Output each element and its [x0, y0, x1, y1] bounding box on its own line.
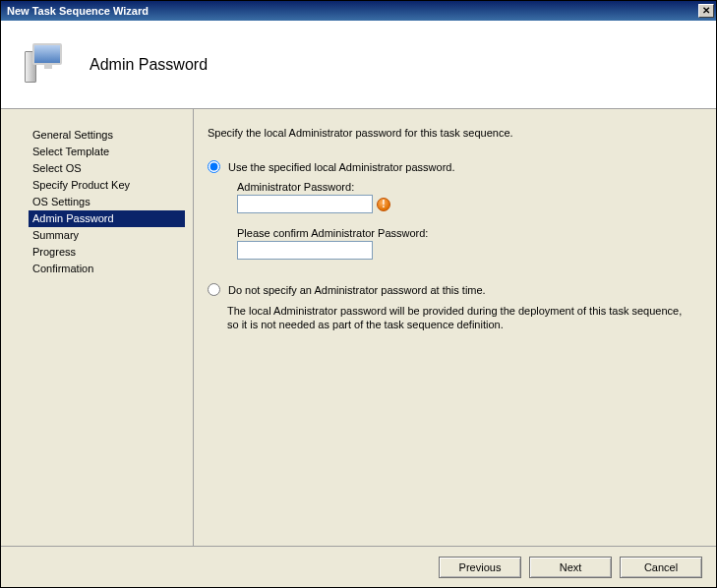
option-no-password-section: Do not specify an Administrator password… [208, 283, 702, 331]
no-password-description: The local Administrator password will be… [227, 304, 702, 331]
sidebar-item-confirmation[interactable]: Confirmation [29, 261, 185, 277]
previous-button[interactable]: Previous [439, 557, 521, 578]
close-icon: ✕ [702, 6, 710, 16]
confirm-password-block: Please confirm Administrator Password: [237, 227, 702, 260]
sidebar-item-progress[interactable]: Progress [29, 244, 185, 261]
option-no-password-row: Do not specify an Administrator password… [208, 283, 702, 296]
sidebar: General Settings Select Template Select … [1, 109, 193, 546]
admin-password-block: Administrator Password: ! [237, 181, 702, 213]
sidebar-item-os-settings[interactable]: OS Settings [29, 194, 185, 210]
wizard-body: General Settings Select Template Select … [1, 109, 716, 546]
warning-icon: ! [377, 198, 390, 211]
wizard-header: Admin Password [1, 21, 716, 109]
radio-use-specified-label: Use the specified local Administrator pa… [228, 161, 455, 173]
sidebar-item-select-template[interactable]: Select Template [29, 144, 185, 160]
radio-use-specified[interactable] [208, 160, 220, 173]
computer-icon [25, 41, 72, 88]
close-button[interactable]: ✕ [698, 4, 714, 18]
instruction-text: Specify the local Administrator password… [208, 127, 702, 139]
main-panel: Specify the local Administrator password… [193, 109, 716, 546]
wizard-footer: Previous Next Cancel [1, 546, 716, 587]
radio-no-password-label: Do not specify an Administrator password… [228, 284, 486, 296]
next-button[interactable]: Next [529, 557, 612, 578]
confirm-password-input[interactable] [237, 241, 373, 260]
radio-no-password[interactable] [208, 283, 220, 296]
titlebar: New Task Sequence Wizard ✕ [1, 1, 716, 21]
page-title: Admin Password [90, 56, 208, 74]
admin-password-input[interactable] [237, 195, 373, 213]
cancel-button[interactable]: Cancel [620, 557, 702, 578]
sidebar-item-select-os[interactable]: Select OS [29, 160, 185, 177]
sidebar-item-general-settings[interactable]: General Settings [29, 127, 185, 144]
sidebar-item-admin-password[interactable]: Admin Password [29, 210, 185, 227]
admin-password-label: Administrator Password: [237, 181, 702, 193]
window-title: New Task Sequence Wizard [7, 5, 149, 17]
sidebar-item-summary[interactable]: Summary [29, 227, 185, 244]
confirm-password-label: Please confirm Administrator Password: [237, 227, 702, 239]
option-use-specified-row: Use the specified local Administrator pa… [208, 160, 702, 173]
sidebar-item-specify-product-key[interactable]: Specify Product Key [29, 177, 185, 194]
